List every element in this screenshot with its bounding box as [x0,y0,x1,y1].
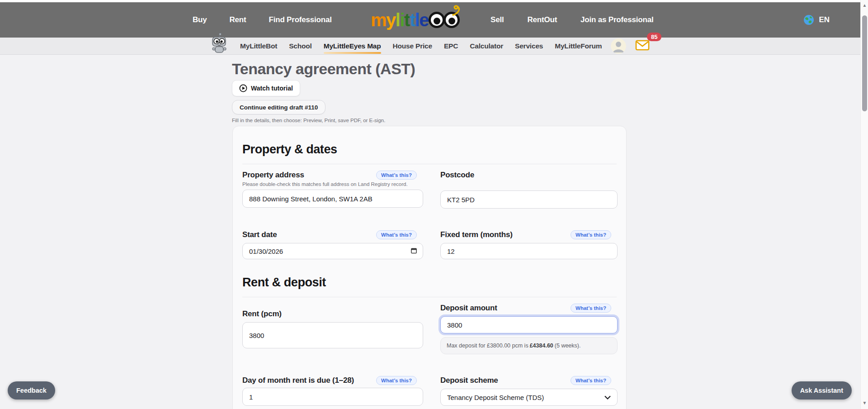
form-instructions: Fill in the details, then choose: Previe… [232,118,385,123]
deposit-scheme-whats-this-link[interactable]: What’s this? [571,376,611,385]
deposit-whats-this-link[interactable]: What’s this? [571,304,611,313]
due-day-label: Day of month rent is due (1–28) [242,376,354,385]
nav-rent[interactable]: Rent [230,15,246,24]
deposit-scheme-select[interactable]: Tenancy Deposit Scheme (TDS) [440,389,618,406]
envelope-icon [635,40,650,51]
field-deposit-scheme: Deposit scheme What’s this? Tenancy Depo… [440,376,618,406]
max-deposit-note-amount: £4384.60 [530,342,553,349]
logo-eyes [430,12,460,28]
logo-curl-icon [452,4,463,16]
subnav-services[interactable]: Services [515,42,543,50]
field-fixed-term: Fixed term (months) What’s this? [440,230,618,259]
property-address-helper: Please double-check this matches full ad… [242,181,423,187]
avatar-person-icon [611,38,626,54]
due-day-input[interactable] [242,388,423,406]
field-postcode: Postcode [440,171,618,209]
user-avatar[interactable] [611,38,626,54]
subnav-school[interactable]: School [289,42,311,50]
rent-pcm-label: Rent (pcm) [242,309,282,319]
ask-assistant-label: Ask Assistant [800,387,843,394]
rent-pcm-input[interactable] [242,322,423,348]
field-property-address: Property address What’s this? Please dou… [242,171,423,209]
messages-button[interactable]: 85 [635,40,650,52]
nav-sell[interactable]: Sell [491,15,504,24]
tenancy-form-card: Property & dates Property address What’s… [232,126,627,409]
section-divider [242,164,617,164]
nav-join-as-professional[interactable]: Join as Professional [580,15,653,24]
postcode-label: Postcode [440,171,474,180]
start-date-label: Start date [242,230,277,239]
watch-tutorial-label: Watch tutorial [251,85,293,92]
page-title: Tenancy agreement (AST) [232,60,415,78]
section-heading-property-dates: Property & dates [242,143,617,157]
fixed-term-whats-this-link[interactable]: What’s this? [571,230,611,239]
play-icon [239,84,247,92]
property-address-whats-this-link[interactable]: What’s this? [376,171,417,180]
calendar-icon[interactable] [410,247,417,254]
continue-draft-button[interactable]: Continue editing draft #110 [232,100,326,114]
locale-switcher[interactable]: EN [803,2,830,38]
subnav-mylittleeyes-map[interactable]: MyLittleEyes Map [324,42,381,50]
deposit-amount-input[interactable] [440,316,618,333]
feedback-label: Feedback [16,387,47,394]
chevron-down-icon [604,395,611,399]
field-due-day: Day of month rent is due (1–28) What’s t… [242,376,423,406]
postcode-input[interactable] [440,190,618,209]
property-address-label: Property address [242,171,304,180]
nav-buy[interactable]: Buy [193,15,207,24]
start-date-input[interactable] [242,243,423,259]
scrollbar-down-arrow-icon[interactable]: ▼ [861,400,868,405]
scrollbar-thumb[interactable] [862,15,867,111]
deposit-scheme-value: Tenancy Deposit Scheme (TDS) [447,394,544,401]
logo-eye-left-icon [429,12,445,28]
watch-tutorial-button[interactable]: Watch tutorial [232,80,300,96]
property-address-input[interactable] [242,190,423,208]
field-rent-pcm: Rent (pcm) [242,304,423,354]
vertical-scrollbar[interactable]: ▲ ▼ [860,0,868,409]
logo-wordmark: mylittle [371,11,429,29]
nav-find-professional[interactable]: Find Professional [269,15,332,24]
continue-draft-label: Continue editing draft #110 [240,104,318,111]
globe-icon [803,14,814,25]
top-nav-bar: Buy Rent Find Professional mylittle Sell… [0,2,868,38]
ask-assistant-button[interactable]: Ask Assistant [792,381,852,399]
messages-count-badge: 85 [647,33,661,41]
subnav-mylittlebot[interactable]: MyLittleBot [240,42,277,50]
brand-logo[interactable]: mylittle [371,2,460,38]
max-deposit-note-prefix: Max deposit for £3800.00 pcm is [447,342,528,349]
subnav-calculator[interactable]: Calculator [470,42,503,50]
fixed-term-input[interactable] [440,243,618,259]
feedback-button[interactable]: Feedback [8,381,55,399]
robot-mascot-icon [210,33,228,54]
deposit-scheme-label: Deposit scheme [440,376,498,385]
subnav-mylittleforum[interactable]: MyLittleForum [555,42,602,50]
top-nav-right: Sell RentOut Join as Professional [491,2,653,38]
section-heading-rent-deposit: Rent & deposit [242,276,617,290]
subnav-house-price[interactable]: House Price [393,42,432,50]
deposit-amount-label: Deposit amount [440,304,497,313]
locale-label: EN [819,15,830,24]
nav-rentout[interactable]: RentOut [527,15,557,24]
section-divider [242,297,617,297]
max-deposit-note: Max deposit for £3800.00 pcm is £4384.60… [440,337,618,354]
field-deposit-amount: Deposit amount What’s this? Max deposit … [440,304,618,354]
scrollbar-up-arrow-icon[interactable]: ▲ [861,3,868,8]
due-day-whats-this-link[interactable]: What’s this? [376,376,417,385]
max-deposit-note-suffix: (5 weeks). [555,342,581,349]
subnav-epc[interactable]: EPC [444,42,458,50]
field-start-date: Start date What’s this? [242,230,423,259]
start-date-whats-this-link[interactable]: What’s this? [376,230,417,239]
fixed-term-label: Fixed term (months) [440,230,513,239]
secondary-nav-bar: MyLittleBot School MyLittleEyes Map Hous… [0,38,860,55]
